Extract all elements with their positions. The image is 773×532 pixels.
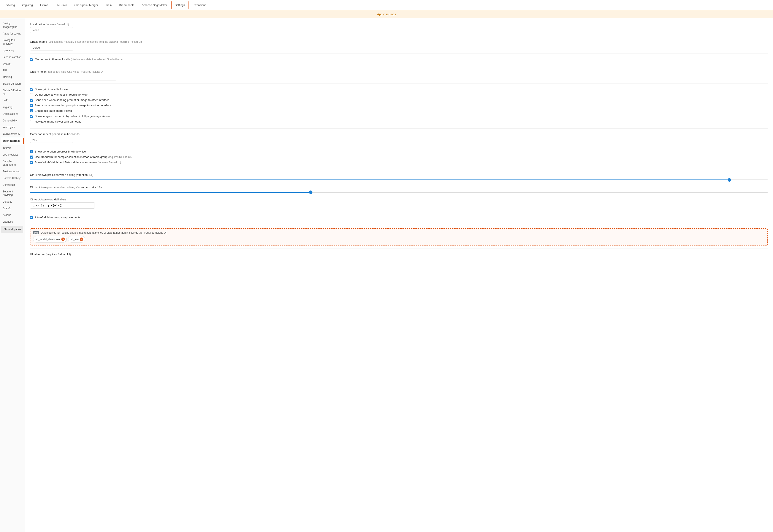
quicksettings-tag-0: sd_model_checkpoint ✕ bbox=[33, 236, 67, 242]
localization-input[interactable] bbox=[30, 27, 73, 33]
checkboxes-group1: Show grid in results for web Do not show… bbox=[30, 88, 768, 129]
sidebar-training[interactable]: Training bbox=[0, 74, 25, 80]
quicksettings-tags-container: sd_model_checkpoint ✕ sd_vae ✕ bbox=[33, 236, 765, 242]
nav-dreambooth[interactable]: Dreambooth bbox=[116, 1, 138, 9]
sidebar-saving-to-directory[interactable]: Saving to a directory bbox=[0, 37, 25, 47]
sidebar-compatibility[interactable]: Compatibility bbox=[0, 117, 25, 124]
ctrl-precision-extra-label: Ctrl+up/down precision when editing <ext… bbox=[30, 186, 768, 189]
full-page-viewer-label: Enable full page image viewer bbox=[35, 109, 72, 112]
cache-gradio-checkbox[interactable] bbox=[30, 58, 33, 61]
sidebar-img2img[interactable]: img2img bbox=[0, 104, 25, 111]
alt-moves-label: Alt+left/right moves prompt elements bbox=[35, 216, 80, 219]
sidebar-api[interactable]: API bbox=[0, 67, 25, 74]
settings-content: Localization (requires Reload UI) Gradio… bbox=[25, 18, 773, 532]
nav-extras[interactable]: Extras bbox=[37, 1, 51, 9]
sidebar-interrogate[interactable]: Interrogate bbox=[0, 124, 25, 131]
nav-settings[interactable]: Settings bbox=[171, 1, 188, 9]
nav-txt2img[interactable]: txt2img bbox=[3, 1, 18, 9]
sidebar: Saving images/grids Paths for saving Sav… bbox=[0, 18, 25, 532]
sidebar-canvas-hotkeys[interactable]: Canvas Hotkeys bbox=[0, 175, 25, 182]
gamepad-nav-checkbox[interactable] bbox=[30, 120, 33, 123]
ctrl-precision-attention-slider[interactable] bbox=[30, 179, 768, 180]
no-images-checkbox[interactable] bbox=[30, 93, 33, 96]
gallery-height-input[interactable] bbox=[30, 75, 116, 80]
zoomed-default-checkbox[interactable] bbox=[30, 115, 33, 118]
sidebar-stable-diffusion-xl[interactable]: Stable Diffusion XL bbox=[0, 87, 25, 98]
sidebar-segment-anything[interactable]: Segment Anything bbox=[0, 188, 25, 199]
gallery-height-note: (an be any valid CSS value) (requires Re… bbox=[48, 70, 104, 73]
gradio-theme-note: (you can also manually enter any of them… bbox=[48, 40, 142, 43]
show-grid-checkbox[interactable] bbox=[30, 88, 33, 91]
cache-gradio-setting: Cache gradio themes locally (disable to … bbox=[30, 58, 768, 66]
sidebar-licenses[interactable]: Licenses bbox=[0, 219, 25, 225]
sidebar-stable-diffusion[interactable]: Stable Diffusion bbox=[0, 80, 25, 87]
apply-settings-bar[interactable]: Apply settings bbox=[0, 10, 773, 18]
sidebar-controlnet[interactable]: ControlNet bbox=[0, 182, 25, 188]
localization-setting: Localization (requires Reload UI) bbox=[30, 23, 768, 36]
alt-moves-checkbox[interactable] bbox=[30, 216, 33, 219]
sidebar-sysinfo[interactable]: Sysinfo bbox=[0, 205, 25, 212]
zoomed-default-label: Show images zoomed in by default in full… bbox=[35, 115, 110, 118]
gamepad-nav-label: Navigate image viewer with gamepad bbox=[35, 120, 81, 123]
sidebar-defaults[interactable]: Defaults bbox=[0, 198, 25, 205]
sidebar-postprocessing[interactable]: Postprocessing bbox=[0, 168, 25, 175]
gallery-height-label: Gallery height (an be any valid CSS valu… bbox=[30, 70, 768, 73]
dropdown-sampler-label: Use dropdown for sampler selection inste… bbox=[35, 155, 131, 159]
same-row-sliders-checkbox[interactable] bbox=[30, 161, 33, 164]
sidebar-infotext[interactable]: Infotext bbox=[0, 145, 25, 151]
gallery-height-setting: Gallery height (an be any valid CSS valu… bbox=[30, 70, 768, 84]
show-grid-label: Show grid in results for web bbox=[35, 88, 69, 91]
send-seed-label: Send seed when sending prompt or image t… bbox=[35, 98, 109, 102]
sidebar-system[interactable]: System bbox=[0, 61, 25, 67]
send-size-checkbox[interactable] bbox=[30, 104, 33, 107]
nav-png-info[interactable]: PNG Info bbox=[52, 1, 70, 9]
no-images-label: Do not show any images in results for we… bbox=[35, 93, 87, 96]
quicksettings-tag-0-label: sd_model_checkpoint bbox=[35, 238, 60, 241]
gamepad-repeat-setting: Gamepad repeat period, in milliseconds bbox=[30, 132, 768, 146]
gamepad-repeat-label: Gamepad repeat period, in milliseconds bbox=[30, 132, 768, 136]
main-layout: Saving images/grids Paths for saving Sav… bbox=[0, 18, 773, 532]
tab-order-setting: UI tab order (requires Reload UI) bbox=[30, 253, 768, 259]
nav-extensions[interactable]: Extensions bbox=[189, 1, 210, 9]
word-delimiters-input[interactable] bbox=[30, 202, 95, 209]
tab-order-label: UI tab order (requires Reload UI) bbox=[30, 253, 768, 256]
sidebar-vae[interactable]: VAE bbox=[0, 97, 25, 104]
ctrl-precision-extra-slider[interactable] bbox=[30, 192, 768, 193]
word-delimiters-setting: Ctrl+up/down word delimiters bbox=[30, 198, 768, 212]
gradio-theme-input[interactable] bbox=[30, 45, 73, 50]
sidebar-face-restoration[interactable]: Face restoration bbox=[0, 54, 25, 61]
quicksettings-description: info Quicksettings list (setting entries… bbox=[33, 231, 765, 234]
nav-sagemaker[interactable]: Amazon SageMaker bbox=[139, 1, 170, 9]
sidebar-show-all-pages[interactable]: Show all pages bbox=[1, 226, 23, 233]
sidebar-saving-images[interactable]: Saving images/grids bbox=[0, 20, 25, 30]
quicksettings-info-tag: info bbox=[33, 231, 39, 234]
alt-moves-setting: Alt+left/right moves prompt elements bbox=[30, 216, 768, 224]
same-row-sliders-label: Show Width/Height and Batch sliders in s… bbox=[35, 161, 121, 164]
checkboxes-group2: Show generation progress in window title… bbox=[30, 150, 768, 169]
quicksettings-tag-1-label: sd_vae bbox=[70, 238, 79, 241]
sidebar-actions[interactable]: Actions bbox=[0, 212, 25, 219]
nav-train[interactable]: Train bbox=[102, 1, 115, 9]
progress-title-label: Show generation progress in window title… bbox=[35, 150, 87, 153]
top-nav: txt2img img2img Extras PNG Info Checkpoi… bbox=[0, 0, 773, 10]
sidebar-sampler-parameters[interactable]: Sampler parameters bbox=[0, 158, 25, 168]
ctrl-precision-extra-setting: Ctrl+up/down precision when editing <ext… bbox=[30, 186, 768, 194]
full-page-viewer-checkbox[interactable] bbox=[30, 109, 33, 112]
nav-img2img[interactable]: img2img bbox=[19, 1, 36, 9]
nav-checkpoint-merger[interactable]: Checkpoint Merger bbox=[71, 1, 101, 9]
localization-label: Localization (requires Reload UI) bbox=[30, 23, 768, 26]
dropdown-sampler-checkbox[interactable] bbox=[30, 156, 33, 159]
quicksettings-tag-0-remove[interactable]: ✕ bbox=[61, 238, 65, 241]
sidebar-optimizations[interactable]: Optimizations bbox=[0, 111, 25, 117]
sidebar-paths-for-saving[interactable]: Paths for saving bbox=[0, 30, 25, 37]
sidebar-extra-networks[interactable]: Extra Networks bbox=[0, 131, 25, 137]
progress-title-checkbox[interactable] bbox=[30, 150, 33, 153]
quicksettings-tag-1-remove[interactable]: ✕ bbox=[80, 238, 83, 241]
cache-gradio-label: Cache gradio themes locally (disable to … bbox=[35, 58, 123, 61]
ctrl-precision-attention-label: Ctrl+up/down precision when editing (att… bbox=[30, 173, 768, 176]
sidebar-live-previews[interactable]: Live previews bbox=[0, 151, 25, 158]
sidebar-upscaling[interactable]: Upscaling bbox=[0, 47, 25, 54]
send-seed-checkbox[interactable] bbox=[30, 99, 33, 102]
gamepad-repeat-input[interactable] bbox=[30, 137, 73, 143]
sidebar-user-interface[interactable]: User interface bbox=[1, 138, 24, 144]
